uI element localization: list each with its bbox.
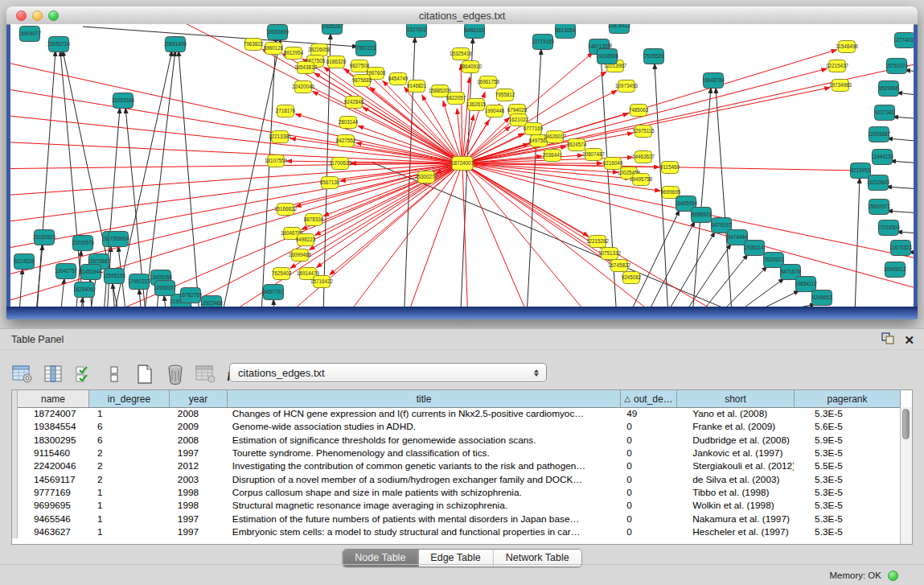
table-cell[interactable]: 18724007 xyxy=(18,408,89,419)
graph-node[interactable]: 16099488 xyxy=(289,249,312,262)
graph-node[interactable]: 20945012 xyxy=(884,262,907,278)
graph-node[interactable]: 3624574 xyxy=(567,139,587,151)
table-cell[interactable]: 6 xyxy=(89,435,170,446)
graph-node[interactable]: 8215953 xyxy=(851,163,871,179)
graph-node[interactable]: 19734983 xyxy=(829,80,852,92)
table-cell[interactable]: Yano et al. (2008) xyxy=(676,408,794,419)
graph-node[interactable]: 23055724 xyxy=(47,37,71,52)
graph-node[interactable]: 18724007 xyxy=(451,157,474,171)
graph-node[interactable]: 8878334 xyxy=(304,214,324,226)
table-cell[interactable]: 1 xyxy=(89,408,170,419)
table-cell[interactable]: 0 xyxy=(620,513,676,525)
graph-node[interactable]: 8958923 xyxy=(692,208,712,223)
new-table-icon[interactable] xyxy=(133,363,156,385)
graph-node[interactable]: 15716422 xyxy=(310,276,334,288)
graph-node[interactable]: 21053346 xyxy=(112,93,135,109)
table-cell[interactable]: 2008 xyxy=(170,435,228,446)
table-cell[interactable]: Tibbo et al. (1998) xyxy=(676,487,794,498)
graph-node[interactable]: 17016504 xyxy=(877,220,901,236)
network-canvas[interactable]: 1872400779638228960128891295428226058982… xyxy=(10,24,914,307)
graph-node[interactable]: 7485063 xyxy=(629,105,649,117)
graph-edge-black[interactable] xyxy=(887,138,914,143)
graph-node[interactable]: 12093887 xyxy=(868,127,891,142)
graph-node[interactable]: 6224526 xyxy=(14,254,35,270)
graph-node[interactable]: 8960128 xyxy=(264,43,284,55)
table-cell[interactable]: 22420046 xyxy=(18,460,89,472)
graph-node[interactable]: 20876412 xyxy=(608,24,631,34)
graph-node[interactable]: 2036441 xyxy=(543,150,563,162)
table-cell[interactable]: 0 xyxy=(620,487,676,498)
graph-node[interactable]: 12042757 xyxy=(55,264,78,279)
table-cell[interactable]: 1 xyxy=(89,513,170,525)
graph-node[interactable]: 16033809 xyxy=(266,25,290,40)
table-cell[interactable]: 5.3E-5 xyxy=(794,526,900,538)
table-row[interactable]: 969969511998Structural magnetic resonanc… xyxy=(12,499,900,512)
table-row[interactable]: 1830029562008Estimation of significance … xyxy=(12,434,900,447)
table-cell[interactable]: 2009 xyxy=(170,421,228,432)
graph-node[interactable]: 16782759 xyxy=(179,288,203,303)
column-header-title[interactable]: title xyxy=(228,390,621,407)
table-row[interactable]: 946362711997Embryonic stem cells: a mode… xyxy=(12,525,900,538)
graph-edge-red[interactable] xyxy=(462,163,589,236)
graph-edge-black[interactable] xyxy=(164,295,170,307)
graph-edge-black[interactable] xyxy=(736,278,784,307)
graph-node[interactable]: 8427552 xyxy=(336,135,356,147)
graph-node[interactable]: 12774032 xyxy=(893,33,914,48)
graph-edge-black[interactable] xyxy=(77,297,83,307)
graph-node[interactable]: 18640910 xyxy=(459,61,483,73)
graph-edge-black[interactable] xyxy=(855,178,860,307)
table-cell[interactable]: Hescheler et al. (1997) xyxy=(676,526,794,538)
graph-node[interactable]: 9146821 xyxy=(407,80,427,93)
graph-node[interactable]: 1362615 xyxy=(466,99,487,111)
graph-node[interactable]: 2935114 xyxy=(745,241,765,256)
graph-node[interactable]: 28226058 xyxy=(308,44,331,56)
table-selector-dropdown[interactable]: citations_edges.txt xyxy=(229,363,547,382)
graph-edge-black[interactable] xyxy=(897,93,914,98)
graph-node[interactable]: 6822057 xyxy=(446,93,466,105)
graph-edge-red[interactable] xyxy=(462,56,914,163)
graph-node[interactable]: 18107554 xyxy=(265,155,288,167)
table-cell[interactable]: 9465546 xyxy=(18,513,89,525)
graph-edge-black[interactable] xyxy=(630,210,680,307)
graph-node[interactable]: 11451944 xyxy=(80,265,102,280)
table-cell[interactable]: 1 xyxy=(89,500,170,511)
graph-node[interactable]: 12215282 xyxy=(586,236,610,248)
table-cell[interactable]: 14569117 xyxy=(18,474,89,485)
table-cell[interactable]: Estimation of significance thresholds fo… xyxy=(228,435,621,446)
table-cell[interactable]: 0 xyxy=(620,435,676,446)
graph-node[interactable]: 12505155 xyxy=(103,269,126,284)
graph-node[interactable]: 16961758 xyxy=(477,76,500,89)
graph-node[interactable]: 7632621 xyxy=(764,253,784,268)
graph-node[interactable]: 8813054 xyxy=(556,24,576,39)
graph-node[interactable]: 15166822 xyxy=(274,204,298,216)
graph-node[interactable]: 25300277 xyxy=(415,171,438,183)
column-header-out_de[interactable]: △out_de… xyxy=(621,390,677,407)
table-cell[interactable]: Tourette syndrome. Phenomenology and cla… xyxy=(228,447,621,459)
table-cell[interactable]: 9463627 xyxy=(18,526,89,538)
table-cell[interactable]: Dudbridge et al. (2008) xyxy=(676,435,794,446)
graph-node[interactable]: 9115460 xyxy=(660,162,680,174)
graph-edge-black[interactable] xyxy=(890,161,914,165)
graph-edge-black[interactable] xyxy=(720,266,767,307)
graph-edge-red[interactable] xyxy=(10,163,462,225)
graph-node[interactable]: 8186328 xyxy=(326,56,347,68)
table-cell[interactable]: 5.6E-5 xyxy=(794,421,900,432)
minimize-window-icon[interactable] xyxy=(32,10,43,21)
table-cell[interactable]: 1 xyxy=(89,487,170,498)
column-header-pagerank[interactable]: pagerank xyxy=(795,390,901,407)
import-table-icon[interactable] xyxy=(195,363,217,385)
table-cell[interactable]: 2 xyxy=(89,447,170,459)
table-row[interactable]: 946554611997Estimation of the future num… xyxy=(12,512,900,525)
graph-edge-black[interactable] xyxy=(887,211,914,215)
graph-node[interactable]: 10973493 xyxy=(615,80,639,93)
graph-node[interactable]: 15692971 xyxy=(868,200,891,215)
column-header-short[interactable]: short xyxy=(677,390,795,407)
graph-node[interactable]: 7515526 xyxy=(644,49,664,64)
graph-node[interactable]: 1990448 xyxy=(485,105,505,117)
table-cell[interactable]: 0 xyxy=(620,447,676,459)
graph-edge-black[interactable] xyxy=(35,51,55,307)
graph-node[interactable]: 17359924 xyxy=(107,232,130,247)
graph-node[interactable]: 9242848 xyxy=(344,97,364,109)
graph-node[interactable]: 16234092 xyxy=(73,282,97,298)
graph-node[interactable]: 25160503 xyxy=(33,230,56,245)
